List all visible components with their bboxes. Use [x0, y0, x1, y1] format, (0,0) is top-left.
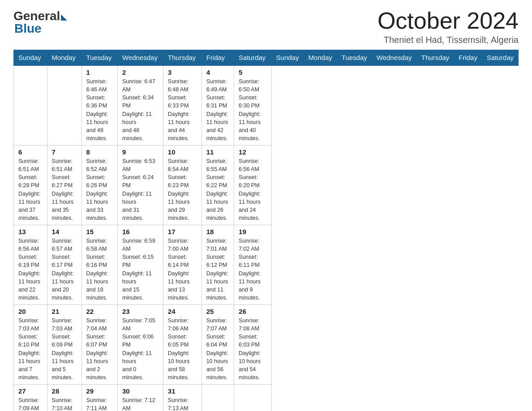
day-number: 9 — [122, 148, 159, 156]
calendar-cell: 11Sunrise: 6:55 AM Sunset: 6:22 PM Dayli… — [202, 146, 234, 225]
day-info: Sunrise: 6:57 AM Sunset: 6:17 PM Dayligh… — [52, 237, 77, 302]
day-info: Sunrise: 6:47 AM Sunset: 6:34 PM Dayligh… — [122, 77, 159, 142]
calendar-week-row: 20Sunrise: 7:03 AM Sunset: 6:10 PM Dayli… — [14, 305, 519, 385]
day-info: Sunrise: 6:51 AM Sunset: 6:27 PM Dayligh… — [52, 157, 77, 222]
calendar-cell: 12Sunrise: 6:56 AM Sunset: 6:20 PM Dayli… — [234, 146, 272, 225]
day-info: Sunrise: 6:51 AM Sunset: 6:28 PM Dayligh… — [18, 157, 43, 222]
calendar-cell: 26Sunrise: 7:08 AM Sunset: 6:03 PM Dayli… — [234, 305, 272, 385]
location-subtitle: Theniet el Had, Tissemsilt, Algeria — [378, 35, 519, 45]
day-info: Sunrise: 7:02 AM Sunset: 6:11 PM Dayligh… — [239, 237, 267, 302]
page-header: General Blue October 2024 Theniet el Had… — [13, 9, 519, 45]
calendar-cell — [202, 385, 234, 411]
calendar-week-row: 1Sunrise: 6:46 AM Sunset: 6:36 PM Daylig… — [14, 65, 519, 146]
calendar-cell: 20Sunrise: 7:03 AM Sunset: 6:10 PM Dayli… — [14, 305, 47, 385]
day-number: 26 — [239, 308, 267, 315]
calendar-week-row: 13Sunrise: 6:56 AM Sunset: 6:19 PM Dayli… — [14, 225, 519, 305]
day-info: Sunrise: 6:54 AM Sunset: 6:23 PM Dayligh… — [168, 157, 197, 222]
calendar-cell: 9Sunrise: 6:53 AM Sunset: 6:24 PM Daylig… — [118, 146, 163, 225]
day-number: 1 — [86, 68, 113, 76]
day-info: Sunrise: 7:04 AM Sunset: 6:07 PM Dayligh… — [86, 317, 113, 381]
day-number: 3 — [168, 68, 197, 76]
calendar-cell: 1Sunrise: 6:46 AM Sunset: 6:36 PM Daylig… — [82, 65, 117, 146]
calendar-cell: 28Sunrise: 7:10 AM Sunset: 6:00 PM Dayli… — [47, 385, 82, 411]
day-number: 17 — [168, 228, 197, 235]
month-title: October 2024 — [378, 9, 519, 32]
day-number: 29 — [86, 387, 113, 395]
day-number: 20 — [18, 308, 43, 315]
calendar-cell: 30Sunrise: 7:12 AM Sunset: 5:58 PM Dayli… — [118, 385, 163, 411]
day-number: 18 — [206, 228, 229, 235]
calendar-cell: 10Sunrise: 6:54 AM Sunset: 6:23 PM Dayli… — [163, 146, 202, 225]
calendar-cell: 2Sunrise: 6:47 AM Sunset: 6:34 PM Daylig… — [118, 65, 163, 146]
day-info: Sunrise: 6:52 AM Sunset: 6:26 PM Dayligh… — [86, 157, 113, 222]
column-header-saturday: Saturday — [234, 50, 272, 66]
calendar-cell: 18Sunrise: 7:01 AM Sunset: 6:12 PM Dayli… — [202, 225, 234, 305]
day-info: Sunrise: 7:09 AM Sunset: 6:01 PM Dayligh… — [18, 396, 43, 411]
column-header-tuesday: Tuesday — [82, 50, 117, 66]
day-info: Sunrise: 7:11 AM Sunset: 5:59 PM Dayligh… — [86, 396, 113, 411]
day-number: 11 — [206, 148, 229, 156]
day-number: 28 — [52, 387, 77, 395]
day-number: 27 — [18, 387, 43, 395]
day-info: Sunrise: 6:56 AM Sunset: 6:20 PM Dayligh… — [239, 157, 267, 222]
day-info: Sunrise: 7:01 AM Sunset: 6:12 PM Dayligh… — [206, 237, 229, 302]
day-info: Sunrise: 7:07 AM Sunset: 6:04 PM Dayligh… — [206, 317, 229, 381]
day-info: Sunrise: 6:49 AM Sunset: 6:31 PM Dayligh… — [206, 77, 229, 142]
calendar-cell — [47, 65, 82, 146]
day-info: Sunrise: 7:06 AM Sunset: 6:05 PM Dayligh… — [168, 317, 197, 381]
day-number: 4 — [206, 68, 229, 76]
calendar-cell: 25Sunrise: 7:07 AM Sunset: 6:04 PM Dayli… — [202, 305, 234, 385]
day-info: Sunrise: 7:03 AM Sunset: 6:09 PM Dayligh… — [52, 317, 77, 381]
calendar-week-row: 6Sunrise: 6:51 AM Sunset: 6:28 PM Daylig… — [14, 146, 519, 225]
day-number: 24 — [168, 308, 197, 315]
calendar-cell: 15Sunrise: 6:58 AM Sunset: 6:16 PM Dayli… — [82, 225, 117, 305]
day-info: Sunrise: 6:59 AM Sunset: 6:15 PM Dayligh… — [122, 237, 159, 302]
calendar-cell: 31Sunrise: 7:13 AM Sunset: 5:57 PM Dayli… — [163, 385, 202, 411]
day-number: 2 — [122, 68, 159, 76]
column-header-wednesday: Wednesday — [372, 50, 416, 66]
day-number: 21 — [52, 308, 77, 315]
calendar-header-row: SundayMondayTuesdayWednesdayThursdayFrid… — [14, 50, 519, 66]
day-info: Sunrise: 6:48 AM Sunset: 6:33 PM Dayligh… — [168, 77, 197, 142]
column-header-friday: Friday — [454, 50, 482, 66]
day-info: Sunrise: 7:03 AM Sunset: 6:10 PM Dayligh… — [18, 317, 43, 381]
day-info: Sunrise: 7:12 AM Sunset: 5:58 PM Dayligh… — [122, 396, 159, 411]
column-header-monday: Monday — [47, 50, 82, 66]
column-header-wednesday: Wednesday — [118, 50, 163, 66]
day-number: 16 — [122, 228, 159, 235]
calendar-cell: 29Sunrise: 7:11 AM Sunset: 5:59 PM Dayli… — [82, 385, 117, 411]
day-info: Sunrise: 7:13 AM Sunset: 5:57 PM Dayligh… — [168, 396, 197, 411]
day-number: 13 — [18, 228, 43, 235]
logo: General Blue — [13, 9, 67, 36]
calendar-cell: 24Sunrise: 7:06 AM Sunset: 6:05 PM Dayli… — [163, 305, 202, 385]
logo-arrow-icon — [61, 14, 67, 21]
day-number: 15 — [86, 228, 113, 235]
day-number: 25 — [206, 308, 229, 315]
column-header-thursday: Thursday — [163, 50, 202, 66]
column-header-thursday: Thursday — [416, 50, 454, 66]
day-number: 5 — [239, 68, 267, 76]
column-header-friday: Friday — [202, 50, 234, 66]
title-section: October 2024 Theniet el Had, Tissemsilt,… — [378, 9, 519, 45]
day-info: Sunrise: 7:05 AM Sunset: 6:06 PM Dayligh… — [122, 317, 159, 381]
day-info: Sunrise: 7:00 AM Sunset: 6:14 PM Dayligh… — [168, 237, 197, 302]
day-info: Sunrise: 7:08 AM Sunset: 6:03 PM Dayligh… — [239, 317, 267, 381]
day-number: 22 — [86, 308, 113, 315]
day-number: 8 — [86, 148, 113, 156]
calendar-cell: 17Sunrise: 7:00 AM Sunset: 6:14 PM Dayli… — [163, 225, 202, 305]
calendar-cell: 3Sunrise: 6:48 AM Sunset: 6:33 PM Daylig… — [163, 65, 202, 146]
day-number: 10 — [168, 148, 197, 156]
column-header-saturday: Saturday — [482, 50, 518, 66]
day-info: Sunrise: 6:58 AM Sunset: 6:16 PM Dayligh… — [86, 237, 113, 302]
calendar-cell: 16Sunrise: 6:59 AM Sunset: 6:15 PM Dayli… — [118, 225, 163, 305]
day-info: Sunrise: 6:55 AM Sunset: 6:22 PM Dayligh… — [206, 157, 229, 222]
calendar-cell: 7Sunrise: 6:51 AM Sunset: 6:27 PM Daylig… — [47, 146, 82, 225]
day-number: 19 — [239, 228, 267, 235]
calendar-cell: 14Sunrise: 6:57 AM Sunset: 6:17 PM Dayli… — [47, 225, 82, 305]
day-info: Sunrise: 6:50 AM Sunset: 6:30 PM Dayligh… — [239, 77, 267, 142]
calendar-cell — [14, 65, 47, 146]
calendar-cell: 22Sunrise: 7:04 AM Sunset: 6:07 PM Dayli… — [82, 305, 117, 385]
day-number: 31 — [168, 387, 197, 395]
calendar-cell: 8Sunrise: 6:52 AM Sunset: 6:26 PM Daylig… — [82, 146, 117, 225]
calendar-table: SundayMondayTuesdayWednesdayThursdayFrid… — [13, 50, 519, 411]
